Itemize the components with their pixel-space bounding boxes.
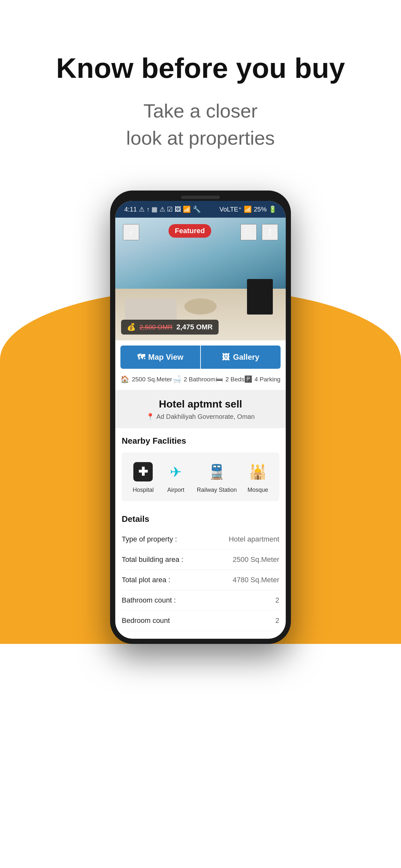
map-view-button[interactable]: 🗺 Map View	[120, 345, 200, 369]
railway-label: Railway Station	[197, 487, 237, 493]
beds-value: 2 Beds	[225, 376, 244, 383]
price-new: 2,475 OMR	[176, 323, 213, 331]
beds-spec: 🛏 2 Beds	[216, 375, 244, 383]
share-button[interactable]: ⤴	[262, 224, 278, 240]
back-button[interactable]: ‹	[123, 224, 139, 240]
parking-value: 4 Parking	[254, 376, 280, 383]
map-view-label: Map View	[148, 352, 183, 362]
featured-badge: Featured	[168, 224, 212, 238]
room-tv	[247, 279, 273, 314]
page-subtitle: Take a closerlook at properties	[19, 97, 382, 152]
location-text: Ad Dakhiliyah Governorate, Oman	[156, 413, 255, 421]
detail-row-building-area: Total building area : 2500 Sq.Meter	[122, 550, 279, 570]
bathroom-value: 2 Bathroom	[184, 376, 215, 383]
railway-icon: 🚆	[208, 463, 226, 480]
airport-label: Airport	[167, 487, 184, 493]
detail-building-area-label: Total building area :	[122, 555, 183, 564]
hospital-label: Hospital	[133, 487, 154, 493]
phone-speaker	[181, 196, 220, 199]
details-title: Details	[122, 514, 279, 524]
detail-bedroom-label: Bedroom count	[122, 616, 170, 625]
detail-building-area-value: 2500 Sq.Meter	[233, 555, 279, 564]
gallery-label: Gallery	[233, 352, 259, 362]
bathroom-icon: 🛁	[173, 375, 181, 383]
facility-railway: 🚆 Railway Station	[197, 460, 237, 493]
airport-icon: ✈	[170, 464, 182, 480]
area-spec: 🏠 2500 Sq.Meter	[120, 375, 172, 383]
bathroom-spec: 🛁 2 Bathroom	[173, 375, 215, 383]
network-indicator: VoLTE⁺	[219, 206, 242, 213]
image-overlay: ‹ Featured ♡ ⤴	[115, 218, 286, 247]
facility-hospital: ✚ Hospital	[131, 460, 155, 493]
page-header: Know before you buy Take a closerlook at…	[0, 0, 401, 171]
mosque-label: Mosque	[247, 487, 268, 493]
nearby-section: Nearby Faclities ✚ Hospital ✈ Airport	[115, 428, 286, 506]
signal-bars: 📶	[244, 206, 252, 213]
property-specs: 🏠 2500 Sq.Meter 🛁 2 Bathroom 🛏 2 Beds 🅿 …	[115, 369, 286, 391]
status-left: 4:11 ⚠ ↑ ▦ ⚠ ☑ 🖼 📶 🔧	[124, 206, 201, 213]
facilities-grid: ✚ Hospital ✈ Airport 🚆 R	[122, 453, 279, 501]
property-title-section: Hotel aptmnt sell 📍 Ad Dakhiliyah Govern…	[115, 391, 286, 428]
area-icon: 🏠	[120, 375, 129, 383]
location-icon: 📍	[146, 413, 154, 421]
action-buttons: 🗺 Map View 🖼 Gallery	[115, 340, 286, 369]
detail-row-plot-area: Total plot area : 4780 Sq.Meter	[122, 570, 279, 590]
price-icon: 💰	[127, 323, 135, 331]
detail-bedroom-value: 2	[275, 616, 279, 625]
status-right: VoLTE⁺ 📶 25% 🔋	[219, 206, 277, 213]
parking-icon: 🅿	[245, 375, 252, 383]
property-location: 📍 Ad Dakhiliyah Governorate, Oman	[122, 413, 279, 421]
area-value: 2500 Sq.Meter	[132, 376, 172, 383]
property-name: Hotel aptmnt sell	[122, 398, 279, 410]
map-icon: 🗺	[137, 352, 145, 362]
image-actions: ♡ ⤴	[241, 224, 278, 240]
detail-type-label: Type of property :	[122, 535, 177, 544]
hospital-icon: ✚	[133, 462, 153, 482]
room-table	[184, 299, 217, 314]
details-section: Details Type of property : Hotel apartme…	[115, 506, 286, 639]
detail-plot-area-value: 4780 Sq.Meter	[233, 576, 279, 584]
detail-row-bedroom: Bedroom count 2	[122, 611, 279, 631]
time-display: 4:11	[124, 206, 137, 213]
page-title: Know before you buy	[19, 52, 382, 85]
phone-notch	[115, 196, 286, 199]
price-badge: 💰 2,500 OMR 2,475 OMR	[121, 320, 219, 335]
detail-row-bathroom: Bathroom count : 2	[122, 590, 279, 611]
beds-icon: 🛏	[216, 375, 223, 383]
gallery-button[interactable]: 🖼 Gallery	[201, 345, 281, 369]
price-old: 2,500 OMR	[140, 323, 173, 331]
facility-mosque: 🕌 Mosque	[246, 460, 270, 493]
room-sofa	[125, 299, 177, 321]
detail-bathroom-value: 2	[275, 596, 279, 604]
battery-indicator: 25%	[254, 206, 267, 213]
phone-screen: 4:11 ⚠ ↑ ▦ ⚠ ☑ 🖼 📶 🔧 VoLTE⁺ 📶 25% 🔋	[115, 201, 286, 639]
status-bar: 4:11 ⚠ ↑ ▦ ⚠ ☑ 🖼 📶 🔧 VoLTE⁺ 📶 25% 🔋	[115, 201, 286, 218]
detail-bathroom-label: Bathroom count :	[122, 596, 176, 604]
nearby-title: Nearby Faclities	[122, 436, 279, 446]
battery-icon: 🔋	[269, 206, 277, 213]
phone-wrapper: 4:11 ⚠ ↑ ▦ ⚠ ☑ 🖼 📶 🔧 VoLTE⁺ 📶 25% 🔋	[0, 171, 401, 644]
notification-icons: ⚠ ↑ ▦ ⚠ ☑ 🖼 📶 🔧	[139, 206, 201, 213]
detail-type-value: Hotel apartment	[228, 535, 279, 544]
gallery-icon: 🖼	[222, 352, 230, 362]
mosque-icon: 🕌	[249, 463, 267, 480]
detail-row-type: Type of property : Hotel apartment	[122, 529, 279, 550]
parking-spec: 🅿 4 Parking	[245, 375, 280, 383]
property-image: ‹ Featured ♡ ⤴ 💰 2,500 OMR 2,475 OMR	[115, 218, 286, 340]
favorite-button[interactable]: ♡	[241, 224, 257, 240]
detail-plot-area-label: Total plot area :	[122, 576, 170, 584]
phone-frame: 4:11 ⚠ ↑ ▦ ⚠ ☑ 🖼 📶 🔧 VoLTE⁺ 📶 25% 🔋	[110, 190, 291, 644]
facility-airport: ✈ Airport	[164, 460, 187, 493]
